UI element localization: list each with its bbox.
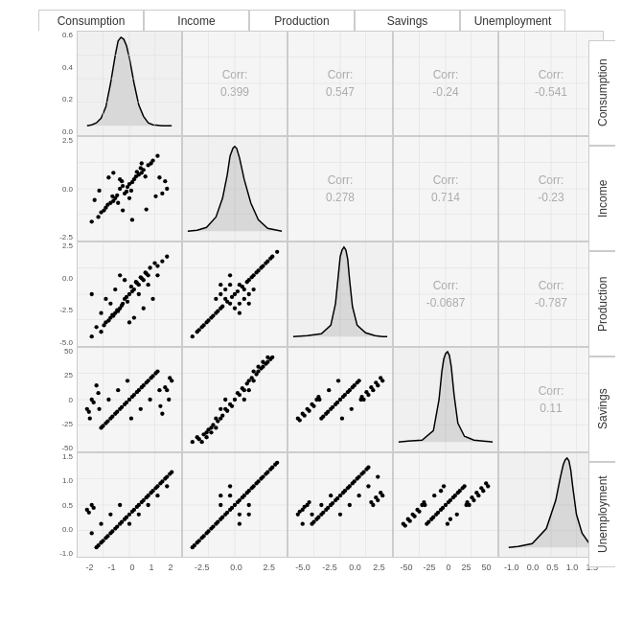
svg-point-499 [218,503,222,507]
svg-point-542 [307,500,310,504]
row-headers: Consumption Income Production Savings Un… [588,40,615,567]
svg-point-129 [165,255,169,259]
y-ticks-row3: 50250-25-50 [38,347,75,452]
svg-point-329 [220,414,224,418]
svg-point-432 [145,495,149,499]
svg-point-284 [106,398,110,402]
svg-point-47 [130,180,134,184]
svg-point-59 [155,153,159,157]
svg-point-201 [264,261,267,264]
svg-point-488 [259,476,263,480]
svg-point-49 [134,174,138,178]
density-unemployment-svg [499,453,603,557]
svg-point-381 [379,376,382,380]
svg-point-50 [127,196,131,200]
svg-point-281 [139,407,143,411]
svg-point-56 [111,199,115,203]
svg-point-598 [403,523,407,527]
grid-lines-0-1 [183,32,287,135]
svg-point-192 [225,300,229,304]
svg-point-532 [331,501,334,505]
x-label-consumption: -2-1012 [77,560,182,574]
svg-point-604 [423,503,426,507]
svg-point-503 [218,494,222,497]
production-density-fill [293,247,387,336]
svg-point-538 [316,516,320,519]
grid-lines-1-4 [499,137,603,241]
scatter-1-0-svg [78,137,181,241]
svg-point-277 [87,410,91,414]
svg-point-385 [350,407,354,411]
svg-point-139 [148,265,151,269]
svg-point-152 [142,307,146,310]
svg-point-275 [92,401,96,404]
svg-point-380 [303,414,307,418]
svg-point-215 [251,288,255,291]
svg-point-155 [104,297,107,301]
svg-point-544 [303,505,307,509]
density-savings-svg [394,348,497,451]
svg-point-217 [233,307,237,310]
svg-point-264 [120,405,124,409]
svg-point-197 [254,270,258,274]
svg-point-287 [167,398,171,402]
svg-point-206 [228,283,232,287]
svg-point-584 [436,511,440,515]
svg-point-448 [108,513,112,517]
svg-point-161 [99,310,103,314]
grid-lines-1-2 [288,137,392,241]
svg-point-143 [126,300,129,304]
cell-corr-1-3: Corr: 0.714 [393,136,498,242]
svg-point-498 [247,503,251,507]
svg-point-382 [298,418,302,422]
svg-point-543 [374,495,378,499]
svg-point-213 [242,297,246,301]
svg-point-273 [96,391,100,395]
svg-point-323 [191,440,195,444]
svg-point-79 [163,179,167,183]
svg-point-158 [137,292,141,296]
svg-point-73 [157,175,161,179]
svg-point-266 [115,410,119,414]
svg-point-591 [470,495,473,499]
cell-diag-income [182,136,288,242]
svg-point-271 [153,371,157,375]
svg-point-369 [351,385,355,389]
svg-point-162 [155,273,159,277]
svg-point-272 [101,424,104,427]
svg-point-208 [218,292,222,296]
cell-diag-production [288,242,393,347]
svg-point-492 [268,468,272,472]
scatter-3-1-svg [183,348,287,451]
svg-point-482 [245,491,249,494]
svg-point-196 [216,310,219,313]
col-header-production: Production [249,10,355,31]
svg-point-64 [116,201,120,205]
svg-point-529 [341,491,345,494]
svg-point-449 [155,494,159,497]
svg-point-263 [135,390,139,394]
svg-point-593 [474,491,478,494]
svg-point-65 [139,166,143,170]
svg-point-68 [149,161,152,165]
svg-point-190 [230,295,234,299]
col-header-unemployment: Unemployment [460,10,565,31]
svg-point-447 [146,503,150,507]
svg-point-157 [118,273,122,277]
cell-scatter-3-1 [182,347,288,452]
svg-point-83 [111,171,115,174]
svg-point-144 [120,304,124,308]
svg-point-551 [319,503,323,507]
svg-point-295 [233,398,237,402]
svg-point-479 [230,506,234,510]
svg-point-62 [90,219,94,223]
svg-point-533 [351,481,355,485]
svg-point-54 [125,190,128,194]
svg-point-138 [106,318,110,322]
grid-lines-0-2 [288,32,392,135]
svg-point-540 [311,520,315,524]
svg-point-214 [223,288,227,291]
svg-point-274 [158,404,162,408]
svg-point-339 [197,437,201,441]
cell-scatter-2-1 [182,242,288,347]
